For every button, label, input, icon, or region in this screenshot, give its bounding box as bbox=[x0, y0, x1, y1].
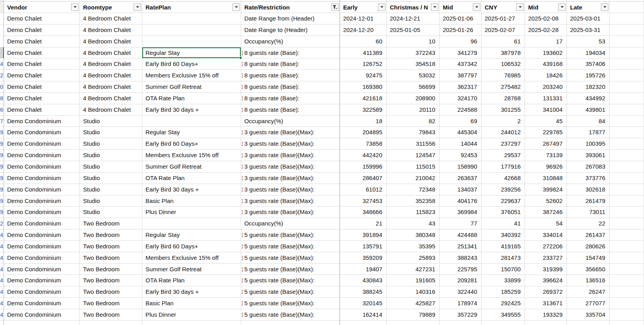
row-number[interactable]: 9 bbox=[0, 184, 4, 195]
column-header-christmas[interactable]: Christmas / N bbox=[387, 2, 440, 13]
cell-value[interactable]: 26247 bbox=[567, 286, 610, 298]
cell-value[interactable]: 301255 bbox=[482, 104, 525, 116]
column-header-late[interactable]: Late bbox=[567, 2, 610, 13]
cell-value[interactable]: 280626 bbox=[567, 241, 610, 252]
cell-roomtype[interactable]: 4 Bedroom Chalet bbox=[80, 93, 142, 104]
cell-value[interactable]: 84 bbox=[567, 116, 610, 127]
cell-vendor[interactable]: Demo Condominium bbox=[4, 229, 80, 241]
cell-vendor[interactable]: Demo Chalet bbox=[4, 58, 80, 70]
column-header-restriction[interactable]: Rate/Restriction bbox=[241, 2, 340, 13]
cell-vendor[interactable]: Demo Condominium bbox=[4, 218, 80, 229]
cell-value[interactable]: 2 bbox=[482, 116, 525, 127]
cell-vendor[interactable]: Demo Condominium bbox=[4, 150, 80, 161]
cell-value[interactable]: 261437 bbox=[567, 229, 610, 241]
cell-value[interactable]: 210042 bbox=[387, 173, 440, 184]
cell-value[interactable]: 229785 bbox=[525, 127, 567, 138]
cell-value[interactable]: 233727 bbox=[525, 252, 567, 264]
row-number[interactable]: 8 bbox=[0, 93, 4, 104]
cell-blank[interactable] bbox=[610, 150, 644, 161]
cell-value[interactable]: 263637 bbox=[440, 173, 482, 184]
cell-value[interactable]: 19407 bbox=[340, 264, 387, 275]
fill-handle[interactable] bbox=[239, 56, 242, 59]
cell-roomtype[interactable]: Studio bbox=[80, 161, 142, 173]
cell-value[interactable]: 286407 bbox=[340, 173, 387, 184]
cell-value[interactable]: 391894 bbox=[340, 229, 387, 241]
filter-button-rateplan[interactable] bbox=[232, 4, 240, 11]
cell-value[interactable]: 349555 bbox=[482, 309, 525, 321]
cell-rateplan[interactable]: Early Bird 60 Days+ bbox=[142, 138, 241, 150]
cell-value[interactable]: 131331 bbox=[525, 93, 567, 104]
cell-value[interactable]: 393061 bbox=[567, 150, 610, 161]
cell-blank[interactable] bbox=[610, 36, 644, 47]
cell-rateplan[interactable]: Regular Stay bbox=[142, 229, 241, 241]
cell-value[interactable]: 399824 bbox=[525, 184, 567, 195]
cell-value[interactable]: 203240 bbox=[525, 81, 567, 93]
cell-value[interactable]: 53032 bbox=[387, 70, 440, 81]
filter-button-roomtype[interactable] bbox=[134, 4, 141, 11]
cell-blank[interactable] bbox=[610, 195, 644, 207]
cell-rateplan[interactable]: Regular Stay bbox=[142, 127, 241, 138]
cell-value[interactable]: 42668 bbox=[482, 173, 525, 184]
cell-value[interactable]: 434992 bbox=[567, 93, 610, 104]
cell-rateplan[interactable]: Early Bird 30 days + bbox=[142, 184, 241, 195]
column-header-rateplan[interactable]: RatePlan bbox=[142, 2, 241, 13]
cell-roomtype[interactable]: Studio bbox=[80, 138, 142, 150]
cell-value[interactable]: 2024-12-21 bbox=[387, 13, 440, 24]
cell-restriction[interactable]: 3 guests rate (Base)(Max): bbox=[241, 150, 340, 161]
cell-value[interactable]: 100395 bbox=[567, 138, 610, 150]
column-header-mid1[interactable]: Mid bbox=[440, 2, 482, 13]
cell-value[interactable]: 362317 bbox=[440, 81, 482, 93]
cell-restriction[interactable]: Occupancy(%) bbox=[241, 116, 340, 127]
cell-value[interactable]: 45 bbox=[525, 116, 567, 127]
cell-restriction[interactable]: 3 guests rate (Base)(Max): bbox=[241, 138, 340, 150]
cell-value[interactable]: 2025-01-26 bbox=[440, 24, 482, 36]
cell-rateplan[interactable]: Early Bird 30 days + bbox=[142, 104, 241, 116]
cell-vendor[interactable]: Demo Condominium bbox=[4, 207, 80, 218]
cell-value[interactable]: 313671 bbox=[525, 298, 567, 309]
cell-restriction[interactable]: 5 guests rate (Base)(Max): bbox=[241, 264, 340, 275]
cell-value[interactable]: 140316 bbox=[387, 286, 440, 298]
filter-button-mid1[interactable] bbox=[473, 4, 480, 11]
cell-rateplan[interactable]: Summer Golf Retreat bbox=[142, 264, 241, 275]
cell-value[interactable]: 396624 bbox=[525, 275, 567, 286]
column-header-roomtype[interactable]: Roomtype bbox=[80, 2, 142, 13]
cell-value[interactable]: 2025-02-07 bbox=[482, 24, 525, 36]
cell-blank[interactable] bbox=[610, 286, 644, 298]
cell-value[interactable]: 354518 bbox=[387, 58, 440, 70]
cell-value[interactable]: 2025-03-31 bbox=[567, 24, 610, 36]
cell-rateplan[interactable]: Plus Dinner bbox=[142, 309, 241, 321]
cell-value[interactable]: 41 bbox=[482, 218, 525, 229]
cell-value[interactable]: 427231 bbox=[387, 264, 440, 275]
row-number[interactable]: 7 bbox=[0, 116, 4, 127]
cell-roomtype[interactable]: Studio bbox=[80, 184, 142, 195]
cell-blank[interactable] bbox=[610, 138, 644, 150]
cell-restriction[interactable]: 3 guests rate (Base)(Max): bbox=[241, 207, 340, 218]
cell-value[interactable]: 437342 bbox=[440, 58, 482, 70]
cell-restriction[interactable]: 3 guests rate (Base)(Max): bbox=[241, 195, 340, 207]
cell-vendor[interactable]: Demo Condominium bbox=[4, 264, 80, 275]
cell-value[interactable]: 341004 bbox=[525, 104, 567, 116]
cell-restriction[interactable]: 8 guests rate (Base): bbox=[241, 58, 340, 70]
cell-blank[interactable] bbox=[610, 309, 644, 321]
cell-value[interactable]: 69 bbox=[440, 116, 482, 127]
cell-value[interactable]: 261479 bbox=[567, 195, 610, 207]
cell-value[interactable]: 359209 bbox=[340, 252, 387, 264]
cell-value[interactable]: 387246 bbox=[525, 207, 567, 218]
cell-value[interactable]: 439168 bbox=[525, 58, 567, 70]
cell-blank[interactable] bbox=[610, 47, 644, 59]
row-number[interactable]: 0 bbox=[0, 81, 4, 93]
cell-value[interactable]: 373776 bbox=[567, 173, 610, 184]
cell-blank[interactable] bbox=[610, 127, 644, 138]
cell-restriction[interactable]: 3 guests rate (Base)(Max): bbox=[241, 184, 340, 195]
cell-blank[interactable] bbox=[610, 275, 644, 286]
cell-value[interactable]: 2025-01-27 bbox=[482, 13, 525, 24]
cell-value[interactable]: 229637 bbox=[482, 195, 525, 207]
cell-value[interactable]: 348666 bbox=[340, 207, 387, 218]
cell-value[interactable]: 380348 bbox=[387, 229, 440, 241]
cell-value[interactable]: 124547 bbox=[387, 150, 440, 161]
cell-value[interactable]: 126752 bbox=[340, 58, 387, 70]
cell-roomtype[interactable]: 4 Bedroom Chalet bbox=[80, 81, 142, 93]
row-number[interactable] bbox=[0, 13, 4, 24]
cell-rateplan[interactable]: OTA Rate Plan bbox=[142, 93, 241, 104]
filter-button-cny[interactable] bbox=[516, 4, 524, 11]
